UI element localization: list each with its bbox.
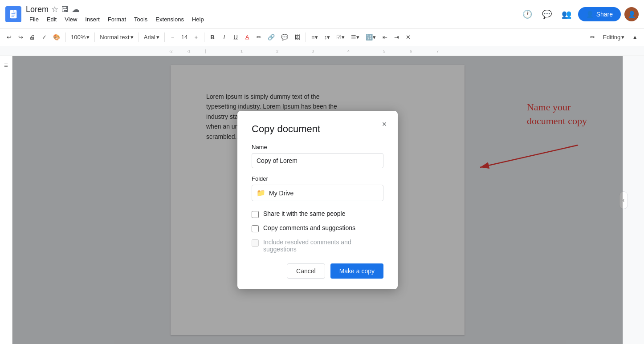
copy-comments-label: Copy comments and suggestions — [263, 224, 355, 231]
menu-view[interactable]: View — [61, 15, 81, 24]
history-icon[interactable]: 🕐 — [519, 6, 535, 22]
include-resolved-label: Include resolved comments and suggestion… — [263, 239, 383, 253]
sidebar-left: ☰ — [0, 56, 12, 344]
menu-tools[interactable]: Tools — [130, 15, 151, 24]
undo-button[interactable]: ↩ — [4, 32, 14, 42]
svg-rect-2 — [11, 13, 15, 14]
decrease-indent-button[interactable]: ⇤ — [379, 32, 390, 42]
style-select[interactable]: Normal text ▾ — [98, 32, 135, 42]
paint-format-button[interactable]: 🎨 — [50, 32, 63, 42]
main-area: ☰ Lorem Ipsum is simply dummy text of th… — [0, 56, 644, 344]
menu-format[interactable]: Format — [104, 15, 130, 24]
save-icon[interactable]: 🖫 — [61, 5, 69, 14]
top-bar: Lorem ☆ 🖫 ☁ File Edit View Insert Format… — [0, 0, 644, 28]
divider-4 — [164, 32, 165, 42]
menu-edit[interactable]: Edit — [43, 15, 60, 24]
zoom-select[interactable]: 100% ▾ — [69, 32, 92, 42]
dialog-actions: Cancel Make a copy — [252, 263, 383, 279]
dialog-title: Copy document — [252, 123, 383, 135]
doc-area: Lorem Ipsum is simply dummy text of the … — [12, 56, 623, 344]
menu-help[interactable]: Help — [188, 15, 208, 24]
share-people-checkbox[interactable] — [252, 211, 259, 218]
doc-title-area: Lorem ☆ 🖫 ☁ File Edit View Insert Format… — [26, 4, 208, 24]
toolbar: ↩ ↪ 🖨 ✓ 🎨 100% ▾ Normal text ▾ Arial ▾ −… — [0, 28, 644, 46]
font-size-select[interactable]: 14 — [179, 32, 190, 42]
include-resolved-checkbox[interactable] — [252, 239, 259, 247]
style-dropdown-icon: ▾ — [130, 34, 134, 40]
menu-insert[interactable]: Insert — [82, 15, 103, 24]
edit-pencil-icon: ✏ — [587, 32, 598, 42]
name-label: Name — [252, 144, 383, 150]
copy-comments-row: Copy comments and suggestions — [252, 224, 383, 232]
share-people-label: Share it with the same people — [263, 210, 345, 217]
svg-rect-3 — [11, 14, 15, 15]
top-bar-right: 🕐 💬 👥 👤 Share 👤 — [519, 6, 639, 22]
text-color-button[interactable]: A — [242, 32, 253, 42]
link-button[interactable]: 🔗 — [265, 32, 277, 42]
people-icon: 👥 — [558, 6, 575, 22]
insert-comment-button[interactable]: 💬 — [278, 32, 291, 42]
print-button[interactable]: 🖨 — [27, 32, 38, 42]
outline-icon[interactable]: ☰ — [1, 60, 12, 70]
cancel-button[interactable]: Cancel — [287, 263, 325, 279]
divider-5 — [204, 32, 204, 42]
numbered-list-button[interactable]: 🔢▾ — [363, 32, 379, 42]
redo-button[interactable]: ↪ — [15, 32, 26, 42]
make-copy-button[interactable]: Make a copy — [330, 263, 383, 279]
editing-mode-select[interactable]: Editing ▾ — [600, 32, 627, 42]
clear-formatting-button[interactable]: ✕ — [403, 32, 413, 42]
copy-document-dialog: Copy document × Name Folder 📁 My Drive S… — [237, 111, 398, 289]
star-icon[interactable]: ☆ — [51, 4, 58, 14]
spellcheck-button[interactable]: ✓ — [39, 32, 49, 42]
font-size-decrease[interactable]: − — [167, 32, 178, 42]
divider-2 — [94, 32, 95, 42]
editing-mode-value: Editing — [603, 34, 620, 40]
share-button[interactable]: 👤 Share — [578, 7, 621, 21]
modal-overlay: Copy document × Name Folder 📁 My Drive S… — [12, 56, 623, 344]
zoom-value: 100% — [71, 34, 86, 40]
menu-extensions[interactable]: Extensions — [152, 15, 187, 24]
menu-bar: File Edit View Insert Format Tools Exten… — [26, 15, 208, 24]
folder-label: Folder — [252, 175, 383, 182]
copy-comments-checkbox[interactable] — [252, 225, 259, 232]
underline-button[interactable]: U — [230, 32, 241, 42]
italic-button[interactable]: I — [219, 32, 229, 42]
highlight-button[interactable]: ✏ — [253, 32, 264, 42]
checklist-button[interactable]: ☑▾ — [334, 32, 347, 42]
font-select[interactable]: Arial ▾ — [142, 32, 162, 42]
folder-selector[interactable]: 📁 My Drive — [252, 185, 383, 201]
folder-icon: 📁 — [257, 189, 265, 197]
font-size-increase[interactable]: + — [191, 32, 201, 42]
folder-value: My Drive — [269, 190, 293, 197]
share-label: Share — [596, 11, 613, 18]
style-value: Normal text — [100, 34, 129, 40]
editing-dropdown-icon: ▾ — [621, 34, 624, 40]
font-size-value: 14 — [181, 34, 187, 40]
name-input[interactable] — [252, 153, 383, 168]
ruler: ·2 ·1 | 1 2 3 4 5 6 7 — [0, 46, 644, 56]
insert-image-button[interactable]: 🖼 — [292, 32, 303, 42]
share-people-row: Share it with the same people — [252, 210, 383, 218]
include-resolved-row: Include resolved comments and suggestion… — [252, 239, 383, 253]
align-button[interactable]: ≡▾ — [309, 32, 321, 42]
doc-title: Lorem — [26, 5, 49, 14]
menu-file[interactable]: File — [26, 15, 42, 24]
ruler-inner: ·2 ·1 | 1 2 3 4 5 6 7 — [169, 46, 463, 56]
line-spacing-button[interactable]: ↕▾ — [322, 32, 333, 42]
cloud-icon: ☁ — [72, 4, 80, 14]
avatar[interactable]: 👤 — [624, 7, 639, 21]
divider-6 — [306, 32, 306, 42]
increase-indent-button[interactable]: ⇥ — [391, 32, 402, 42]
zoom-dropdown-icon: ▾ — [86, 34, 90, 40]
collapse-toolbar-button[interactable]: ▲ — [629, 32, 640, 42]
dialog-close-button[interactable]: × — [378, 118, 391, 130]
comment-icon[interactable]: 💬 — [539, 6, 555, 22]
font-dropdown-icon: ▾ — [156, 34, 159, 40]
bullets-button[interactable]: ☰▾ — [348, 32, 362, 42]
share-icon: 👤 — [586, 11, 594, 18]
app-icon — [5, 6, 21, 22]
font-value: Arial — [144, 34, 155, 40]
divider-3 — [139, 32, 139, 42]
svg-rect-0 — [10, 10, 17, 18]
bold-button[interactable]: B — [207, 32, 218, 42]
